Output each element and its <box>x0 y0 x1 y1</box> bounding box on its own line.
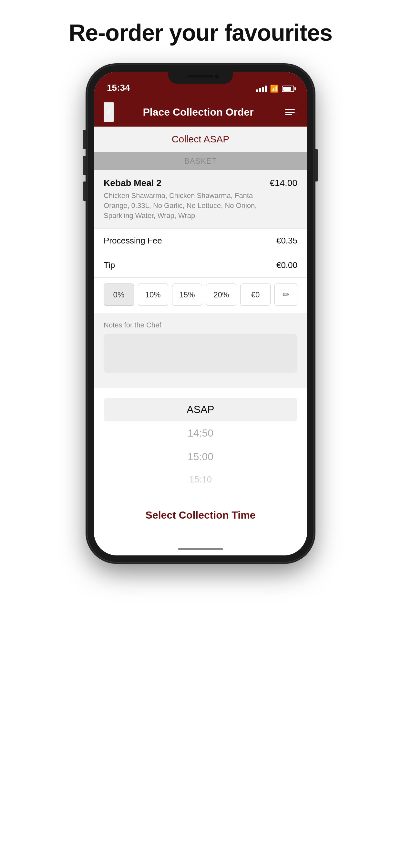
menu-line-1 <box>285 109 295 110</box>
battery-icon <box>282 86 294 92</box>
select-collection-time-button[interactable]: Select Collection Time <box>104 500 297 530</box>
item-description: Chicken Shawarma, Chicken Shawarma, Fant… <box>104 191 263 221</box>
collect-asap-label: Collect ASAP <box>172 134 229 144</box>
processing-fee-row: Processing Fee €0.35 <box>94 228 307 253</box>
bottom-button-area: Select Collection Time <box>94 491 307 543</box>
time-picker-section[interactable]: ASAP 14:50 15:00 15:10 <box>94 388 307 491</box>
notch-camera <box>215 74 219 79</box>
basket-item: Kebab Meal 2 Chicken Shawarma, Chicken S… <box>94 170 307 228</box>
item-details: Kebab Meal 2 Chicken Shawarma, Chicken S… <box>104 178 263 221</box>
basket-header: BASKET <box>94 152 307 170</box>
home-bar <box>178 548 223 550</box>
tip-label: Tip <box>104 260 115 270</box>
page-heading: Re-order your favourites <box>69 20 332 46</box>
content: Collect ASAP BASKET Kebab Meal 2 Chicken… <box>94 127 307 555</box>
processing-fee-amount: €0.35 <box>276 236 297 246</box>
time-option-1510[interactable]: 15:10 <box>104 469 297 491</box>
tip-btn-10[interactable]: 10% <box>138 283 168 306</box>
menu-button[interactable] <box>282 106 297 118</box>
app-header: ‹ Place Collection Order <box>94 97 307 127</box>
menu-line-2 <box>285 112 295 113</box>
item-price: €14.00 <box>270 178 297 188</box>
tip-edit-button[interactable]: ✏ <box>274 283 297 306</box>
notch-speaker <box>188 75 213 78</box>
notes-section: Notes for the Chef <box>94 313 307 382</box>
time-option-1450[interactable]: 14:50 <box>104 422 297 445</box>
tip-btn-20[interactable]: 20% <box>206 283 236 306</box>
time-option-asap[interactable]: ASAP <box>104 398 297 422</box>
back-button[interactable]: ‹ <box>104 102 114 122</box>
tip-row: Tip €0.00 <box>94 253 307 278</box>
collect-asap-banner: Collect ASAP <box>94 127 307 152</box>
edit-icon: ✏ <box>282 290 289 300</box>
phone-shell: 15:34 📶 ‹ Place Collection Order <box>88 65 313 562</box>
tip-btn-15[interactable]: 15% <box>172 283 203 306</box>
tip-buttons-row: 0% 10% 15% 20% €0 ✏ <box>94 278 307 313</box>
signal-icon <box>256 86 267 92</box>
status-bar: 15:34 📶 <box>94 72 307 97</box>
processing-fee-label: Processing Fee <box>104 236 162 246</box>
basket-section-label: BASKET <box>184 157 217 165</box>
item-name: Kebab Meal 2 <box>104 178 263 188</box>
notes-input[interactable] <box>104 334 297 373</box>
menu-line-3 <box>285 114 292 115</box>
tip-btn-custom[interactable]: €0 <box>240 283 271 306</box>
home-indicator <box>94 543 307 555</box>
tip-btn-0[interactable]: 0% <box>104 283 134 306</box>
wifi-icon: 📶 <box>270 85 279 93</box>
phone-screen: 15:34 📶 ‹ Place Collection Order <box>94 72 307 555</box>
time-option-1500[interactable]: 15:00 <box>104 445 297 469</box>
tip-amount: €0.00 <box>276 260 297 270</box>
status-time: 15:34 <box>107 83 130 93</box>
notes-label: Notes for the Chef <box>104 321 297 330</box>
notch <box>168 72 233 84</box>
header-title: Place Collection Order <box>114 106 282 118</box>
status-icons: 📶 <box>256 85 294 93</box>
